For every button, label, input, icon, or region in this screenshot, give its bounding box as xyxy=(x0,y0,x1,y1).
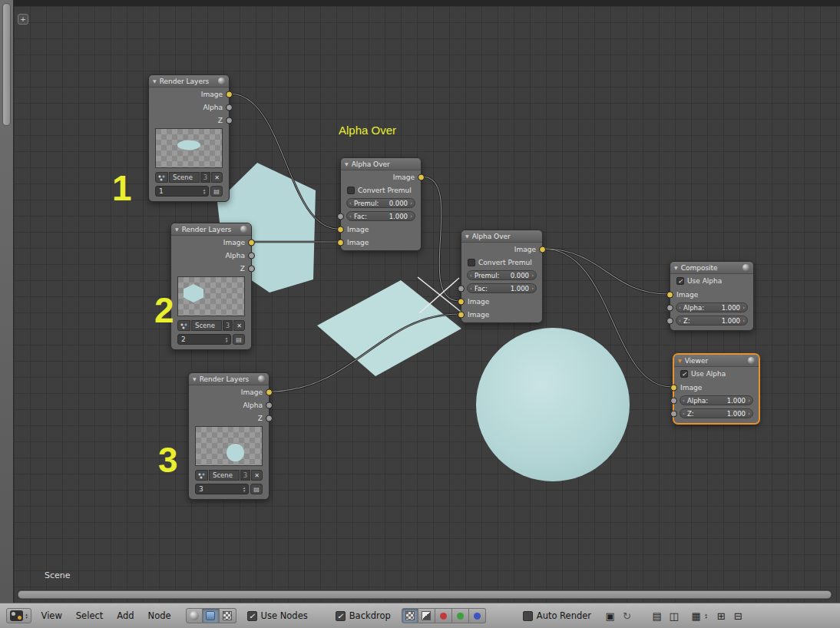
node-alpha-over-1[interactable]: ▼ Alpha Over Image Convert Premul ‹Premu… xyxy=(340,157,422,251)
expand-region-button[interactable]: + xyxy=(18,14,28,25)
image-input-socket[interactable] xyxy=(670,384,677,391)
menu-view[interactable]: View xyxy=(35,610,69,621)
fac-field[interactable]: ‹Fac:1.000› xyxy=(346,211,415,221)
texture-nodes-button[interactable] xyxy=(220,608,236,623)
premul-field[interactable]: ‹Premul:0.000› xyxy=(467,270,537,280)
scene-selector[interactable]: Scene xyxy=(191,320,222,331)
fac-field[interactable]: ‹Fac:1.000› xyxy=(467,283,537,293)
collapse-icon[interactable]: ▼ xyxy=(674,265,678,270)
node-composite[interactable]: ▼ Composite ✓Use Alpha Image ‹Alpha:1.00… xyxy=(670,261,754,331)
alpha-field[interactable]: ‹Alpha:1.000› xyxy=(680,395,753,405)
image-output-socket[interactable] xyxy=(226,91,233,98)
image-output-socket[interactable] xyxy=(539,246,546,253)
layers-icon[interactable]: ◫ xyxy=(666,608,682,623)
node-header[interactable]: ▼ Render Layers xyxy=(171,223,251,236)
rerender-icon[interactable]: ↻ xyxy=(619,608,635,623)
scene-selector[interactable]: Scene xyxy=(169,172,200,183)
collapse-icon[interactable]: ▼ xyxy=(465,233,469,239)
rerender-layer-button[interactable]: ▤ xyxy=(210,186,223,197)
render-layer-field[interactable]: 1 ▴▾ xyxy=(155,186,209,197)
editor-type-button[interactable]: ▴▾ xyxy=(6,608,31,623)
backdrop-green-button[interactable] xyxy=(452,608,469,623)
image-input-socket-1[interactable] xyxy=(458,298,465,305)
node-header[interactable]: ▼ Alpha Over xyxy=(341,158,421,170)
alpha-input-socket[interactable] xyxy=(670,397,677,404)
collapse-icon[interactable]: ▼ xyxy=(678,358,682,363)
render-active-icon[interactable]: ▣ xyxy=(602,608,618,623)
premul-field[interactable]: ‹Premul:0.000› xyxy=(346,198,415,208)
node-render-layers-2[interactable]: ▼ Render Layers Image Alpha Z Scene 3 ✕ … xyxy=(170,223,252,350)
scene-selector[interactable]: Scene xyxy=(209,470,240,481)
shader-nodes-button[interactable] xyxy=(186,608,203,623)
z-input-socket[interactable] xyxy=(670,410,677,417)
backdrop-blue-button[interactable] xyxy=(469,608,486,623)
image-icon[interactable]: ▤ xyxy=(649,608,665,623)
rerender-layer-button[interactable]: ▤ xyxy=(250,484,263,494)
render-layer-field[interactable]: 2 ▴▾ xyxy=(177,334,231,345)
z-output-socket[interactable] xyxy=(226,117,233,124)
z-field[interactable]: ‹Z:1.000› xyxy=(676,316,748,326)
convert-premul-checkbox[interactable] xyxy=(468,259,475,266)
scene-users-count[interactable]: 3 xyxy=(240,470,250,481)
snap-mode-stepper[interactable]: ▴▾ xyxy=(705,613,707,620)
node-header[interactable]: ▼ Viewer xyxy=(674,355,759,367)
compositing-nodes-button[interactable] xyxy=(203,608,220,623)
node-render-layers-3[interactable]: ▼ Render Layers Image Alpha Z Scene 3 ✕ … xyxy=(188,372,270,500)
horizontal-scrollbar[interactable] xyxy=(17,590,832,600)
fac-input-socket[interactable] xyxy=(337,213,344,220)
collapse-icon[interactable]: ▼ xyxy=(345,161,349,167)
node-header[interactable]: ▼ Render Layers xyxy=(149,75,229,88)
alpha-output-socket[interactable] xyxy=(226,104,233,111)
scene-users-count[interactable]: 3 xyxy=(200,172,210,183)
unlink-scene-button[interactable]: ✕ xyxy=(233,320,245,331)
use-alpha-checkbox[interactable]: ✓ xyxy=(680,370,688,378)
z-field[interactable]: ‹Z:1.000› xyxy=(680,408,753,418)
collapse-icon[interactable]: ▼ xyxy=(175,226,179,232)
editor-type-stepper[interactable]: ▴▾ xyxy=(25,613,28,620)
node-render-layers-1[interactable]: ▼ Render Layers Image Alpha Z Scene 3 ✕ … xyxy=(148,74,230,202)
layer-stepper[interactable]: ▴▾ xyxy=(243,486,245,493)
unlink-scene-button[interactable]: ✕ xyxy=(211,172,223,183)
node-header[interactable]: ▼ Alpha Over xyxy=(461,230,542,243)
image-input-socket[interactable] xyxy=(666,291,673,298)
alpha-output-socket[interactable] xyxy=(248,252,255,259)
z-output-socket[interactable] xyxy=(266,415,273,421)
horizontal-scrollbar-thumb[interactable] xyxy=(18,590,832,599)
layer-stepper[interactable]: ▴▾ xyxy=(203,188,205,195)
fac-input-socket[interactable] xyxy=(458,285,465,292)
node-alpha-over-2[interactable]: ▼ Alpha Over Image Convert Premul ‹Premu… xyxy=(461,230,543,323)
alpha-output-socket[interactable] xyxy=(266,402,273,408)
backdrop-checkbox[interactable]: ✓ Backdrop xyxy=(336,610,391,621)
alpha-input-socket[interactable] xyxy=(666,304,673,311)
use-alpha-checkbox[interactable]: ✓ xyxy=(676,277,684,285)
node-header[interactable]: ▼ Composite xyxy=(670,262,753,274)
z-input-socket[interactable] xyxy=(666,317,673,324)
z-output-socket[interactable] xyxy=(248,265,255,272)
backdrop-alpha-button[interactable] xyxy=(418,608,435,623)
menu-add[interactable]: Add xyxy=(110,610,141,621)
backdrop-rgba-button[interactable] xyxy=(402,608,418,623)
paste-nodes-icon[interactable]: ⊟ xyxy=(730,608,746,623)
snap-icon[interactable]: ▦ xyxy=(688,608,704,623)
image-output-socket[interactable] xyxy=(248,239,255,246)
image-input-socket-1[interactable] xyxy=(337,226,344,233)
auto-render-checkbox[interactable]: Auto Render xyxy=(523,610,591,621)
copy-nodes-icon[interactable]: ⊞ xyxy=(713,608,729,623)
convert-premul-checkbox[interactable] xyxy=(347,187,355,194)
vertical-scrollbar[interactable] xyxy=(2,3,11,126)
menu-node[interactable]: Node xyxy=(141,610,178,621)
image-output-socket[interactable] xyxy=(418,174,425,181)
render-layer-field[interactable]: 3 ▴▾ xyxy=(195,484,249,494)
node-viewer[interactable]: ▼ Viewer ✓Use Alpha Image ‹Alpha:1.000› … xyxy=(673,354,759,424)
menu-select[interactable]: Select xyxy=(69,610,110,621)
rerender-layer-button[interactable]: ▤ xyxy=(233,334,245,345)
collapse-icon[interactable]: ▼ xyxy=(193,376,197,382)
unlink-scene-button[interactable]: ✕ xyxy=(251,470,263,481)
backdrop-red-button[interactable] xyxy=(435,608,452,623)
image-input-socket-2[interactable] xyxy=(337,239,344,246)
alpha-field[interactable]: ‹Alpha:1.000› xyxy=(676,302,748,312)
image-input-socket-2[interactable] xyxy=(458,311,465,318)
use-nodes-checkbox[interactable]: ✓ Use Nodes xyxy=(247,610,308,621)
node-header[interactable]: ▼ Render Layers xyxy=(189,373,269,385)
layer-stepper[interactable]: ▴▾ xyxy=(225,336,227,343)
